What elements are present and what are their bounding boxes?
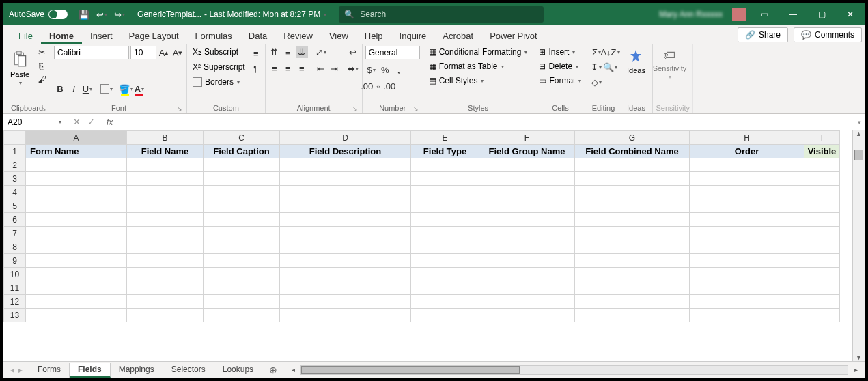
redo-icon[interactable]: ↪▾ — [114, 9, 125, 20]
cell[interactable] — [575, 186, 690, 199]
cell[interactable] — [804, 199, 840, 213]
row-header[interactable]: 5 — [4, 199, 26, 213]
sheet-tab-lookups[interactable]: Lookups — [214, 363, 262, 378]
cell[interactable] — [575, 172, 690, 186]
cell[interactable] — [127, 172, 204, 186]
cell[interactable] — [280, 213, 411, 227]
cell[interactable] — [127, 254, 204, 268]
increase-font-icon[interactable]: A▴ — [158, 46, 170, 59]
align-top-icon[interactable]: ⇈ — [268, 46, 281, 58]
cell[interactable] — [280, 227, 411, 240]
cell[interactable] — [411, 199, 479, 213]
cell[interactable] — [26, 227, 127, 240]
row-header[interactable]: 4 — [4, 186, 26, 199]
sheet-tab-selectors[interactable]: Selectors — [163, 363, 214, 378]
cell[interactable] — [127, 295, 204, 309]
cell[interactable] — [411, 172, 479, 186]
cell[interactable] — [26, 268, 127, 281]
format-cells-button[interactable]: ▭Format▾ — [536, 74, 584, 87]
tab-home[interactable]: Home — [41, 28, 82, 44]
cell[interactable] — [411, 295, 479, 309]
delete-cells-button[interactable]: ⊟Delete▾ — [536, 60, 584, 72]
row-header[interactable]: 1 — [4, 145, 26, 158]
cell[interactable] — [127, 158, 204, 172]
underline-button[interactable]: U▾ — [81, 83, 94, 95]
borders-button[interactable]: Borders▾ — [190, 76, 248, 88]
cell[interactable] — [804, 295, 840, 309]
cell[interactable] — [479, 227, 575, 240]
sort-icon[interactable]: A↓Z▾ — [604, 46, 616, 58]
row-header[interactable]: 11 — [4, 281, 26, 295]
decrease-indent-icon[interactable]: ⇤ — [315, 62, 327, 74]
cell[interactable] — [479, 240, 575, 254]
scrollbar-thumb[interactable] — [301, 366, 520, 374]
cell[interactable] — [280, 186, 411, 199]
table-header-cell[interactable]: Field Type — [411, 145, 479, 158]
row-header[interactable]: 7 — [4, 227, 26, 240]
increase-indent-icon[interactable]: ⇥ — [328, 62, 341, 74]
format-as-table-button[interactable]: ▦Format as Table▾ — [426, 60, 531, 72]
cell[interactable] — [204, 281, 280, 295]
decrease-font-icon[interactable]: A▾ — [171, 46, 184, 59]
copy-icon[interactable]: ⎘ — [36, 59, 48, 72]
cell[interactable] — [280, 199, 411, 213]
add-sheet-button[interactable]: ⊕ — [262, 365, 284, 376]
cell[interactable] — [204, 186, 280, 199]
cell[interactable] — [479, 281, 575, 295]
cell[interactable] — [26, 309, 127, 322]
column-header[interactable]: C — [204, 131, 280, 145]
cell[interactable] — [479, 295, 575, 309]
cell[interactable] — [575, 281, 690, 295]
tab-review[interactable]: Review — [275, 28, 321, 44]
conditional-formatting-button[interactable]: ▦Conditional Formatting▾ — [426, 46, 531, 58]
tab-inquire[interactable]: Inquire — [391, 28, 435, 44]
cell[interactable] — [26, 254, 127, 268]
close-button[interactable]: ✕ — [836, 3, 865, 25]
cell[interactable] — [804, 186, 840, 199]
scrollbar-thumb[interactable] — [854, 150, 863, 160]
cell[interactable] — [280, 254, 411, 268]
tab-data[interactable]: Data — [240, 28, 275, 44]
wrap-text-icon[interactable]: ↩ — [347, 46, 359, 58]
cell[interactable] — [479, 213, 575, 227]
autosave-toggle[interactable] — [48, 10, 68, 19]
tab-view[interactable]: View — [321, 28, 356, 44]
cell[interactable] — [690, 281, 804, 295]
cell[interactable] — [26, 158, 127, 172]
cell[interactable] — [411, 309, 479, 322]
table-header-cell[interactable]: Order — [690, 145, 804, 158]
cell[interactable] — [804, 240, 840, 254]
decrease-decimal-icon[interactable]: ←.00 — [379, 80, 391, 92]
row-header[interactable]: 13 — [4, 309, 26, 322]
cell[interactable] — [26, 199, 127, 213]
table-header-cell[interactable]: Form Name — [26, 145, 127, 158]
cell[interactable] — [204, 172, 280, 186]
align-right-icon[interactable]: ≡ — [296, 62, 308, 74]
cell[interactable] — [280, 172, 411, 186]
enter-formula-icon[interactable]: ✓ — [87, 117, 95, 127]
cell[interactable] — [411, 158, 479, 172]
cell[interactable] — [280, 281, 411, 295]
dialog-launcher-icon[interactable]: ↘ — [413, 105, 419, 112]
column-header[interactable]: D — [280, 131, 411, 145]
table-header-cell[interactable]: Visible — [804, 145, 840, 158]
cell[interactable] — [127, 213, 204, 227]
scroll-up-icon[interactable]: ▲ — [853, 130, 865, 137]
cell[interactable] — [26, 172, 127, 186]
sheet-tab-mappings[interactable]: Mappings — [111, 363, 163, 378]
orientation-icon[interactable]: ⤢▾ — [315, 46, 327, 58]
account-name[interactable]: Mary Ann Rxxxxx — [654, 10, 728, 19]
cell[interactable] — [479, 199, 575, 213]
cell[interactable] — [690, 295, 804, 309]
font-size-input[interactable] — [130, 46, 156, 59]
row-header[interactable]: 10 — [4, 268, 26, 281]
cell[interactable] — [127, 309, 204, 322]
cell[interactable] — [575, 227, 690, 240]
cell[interactable] — [575, 295, 690, 309]
fx-icon[interactable]: fx — [102, 117, 117, 127]
font-color-icon[interactable]: A▾ — [133, 83, 145, 95]
select-all-cell[interactable] — [4, 131, 26, 145]
align-center-icon[interactable]: ≡ — [282, 62, 294, 74]
save-icon[interactable]: 💾 — [79, 9, 89, 20]
cell[interactable] — [690, 227, 804, 240]
